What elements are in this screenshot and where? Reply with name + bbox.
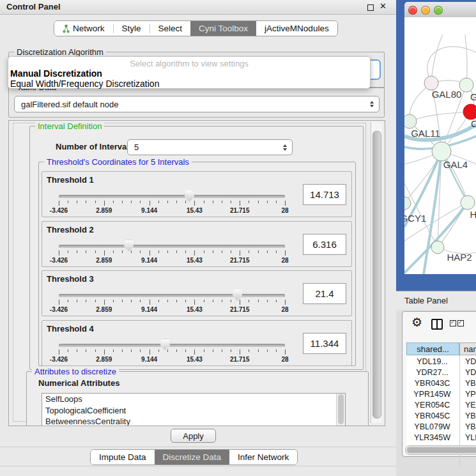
column-checkbox-icon[interactable] xyxy=(450,320,456,326)
tick-label: 2.859 xyxy=(96,356,112,363)
network-node-hap2[interactable] xyxy=(431,241,444,254)
right-side: GAL80GAL11GAL4GCY1HHAP2GAC Table Panel ⚙… xyxy=(396,0,476,476)
table-row[interactable]: YBR045CYBR045C xyxy=(406,410,476,421)
table-cell: YBR043C xyxy=(460,378,476,388)
list-scrollbar[interactable] xyxy=(336,394,345,426)
tick-label: 28 xyxy=(281,207,288,214)
column-header-name[interactable]: name xyxy=(459,342,476,355)
tick-label: 9.144 xyxy=(141,207,157,214)
slider-tick-labels: -3.4262.8599.14415.4321.71528 xyxy=(59,207,285,214)
tab-impute-data[interactable]: Impute Data xyxy=(91,450,155,464)
slider-track[interactable] xyxy=(59,294,285,297)
tick-label: 9.144 xyxy=(141,356,157,363)
node-label-h: H xyxy=(470,209,476,220)
slider-ticks xyxy=(59,349,285,355)
node-label-gal4: GAL4 xyxy=(443,159,468,170)
table-row[interactable]: YDL19...YDL19... xyxy=(406,356,476,367)
attributes-group: Attributes to discretize Numerical Attri… xyxy=(26,371,369,426)
tab-style[interactable]: Style xyxy=(114,21,150,36)
gear-icon[interactable]: ⚙ xyxy=(411,316,422,328)
table-cell: YER054C xyxy=(406,399,458,410)
tick-label: -3.426 xyxy=(50,306,68,313)
table-row[interactable]: YPR145WYPR145W xyxy=(406,388,476,399)
table-data-combobox[interactable]: galFiltered.sif default node xyxy=(14,96,380,112)
number-of-intervals-label: Number of Intervals xyxy=(56,142,134,151)
table-row[interactable]: YBR043CYBR043C xyxy=(406,378,476,388)
table-cell: YBR045C xyxy=(406,410,458,421)
table-row[interactable]: YER054CYER054C xyxy=(406,399,476,410)
network-node[interactable] xyxy=(463,104,476,119)
zoom-traffic-light-icon[interactable] xyxy=(434,6,443,15)
table-cell: YBR045C xyxy=(460,410,476,421)
threshold-panel-1: Threshold 1-3.4262.8599.14415.4321.71528… xyxy=(42,171,352,217)
attribute-item-selfloops[interactable]: SelfLoops xyxy=(42,394,345,405)
network-node-gal80[interactable] xyxy=(424,76,438,90)
tab-discretize-data[interactable]: Discretize Data xyxy=(155,450,230,464)
network-window: GAL80GAL11GAL4GCY1HHAP2GAC xyxy=(396,0,476,291)
popup-option-manual-discretization[interactable]: Manual Discretization xyxy=(8,68,370,79)
settings-panel: Interval Definition Number of Intervals … xyxy=(8,120,385,426)
slider-track[interactable] xyxy=(59,344,285,347)
column-header-shared[interactable]: shared... xyxy=(406,342,459,355)
panel-title: Control Panel xyxy=(6,2,61,12)
split-view-icon[interactable] xyxy=(431,319,443,330)
apply-button[interactable]: Apply xyxy=(171,429,216,443)
number-of-intervals-value: 5 xyxy=(134,142,139,152)
minimize-traffic-light-icon[interactable] xyxy=(421,6,430,15)
network-node-gal4[interactable] xyxy=(432,142,451,161)
threshold-value-field[interactable]: 6.316 xyxy=(303,234,346,255)
tab-label: Network xyxy=(73,24,105,33)
slider-track[interactable] xyxy=(59,245,285,248)
tab-jactivemnodules[interactable]: jActiveMNodules xyxy=(256,21,337,36)
divider xyxy=(0,447,396,447)
thresholds-group-label: Threshold's Coordinates for 5 Intervals xyxy=(44,157,192,167)
numerical-attributes-list[interactable]: SelfLoopsTopologicalCoefficientBetweenne… xyxy=(42,393,346,426)
network-canvas[interactable]: GAL80GAL11GAL4GCY1HHAP2GAC xyxy=(404,17,476,274)
table-cell: YBL079W xyxy=(460,421,476,432)
threshold-panel-2: Threshold 2-3.4262.8599.14415.4321.71528… xyxy=(42,221,352,267)
threshold-value-field[interactable]: 11.344 xyxy=(303,333,346,354)
tick-label: 15.43 xyxy=(187,257,203,264)
table-horizontal-scrollbar[interactable] xyxy=(405,445,476,455)
threshold-panel-4: Threshold 4-3.4262.8599.14415.4321.71528… xyxy=(42,320,352,366)
attribute-item-betweennesscentrality[interactable]: BetweennessCentrality xyxy=(42,416,345,426)
node-label-gal80: GAL80 xyxy=(432,89,462,100)
table-panel-title: Table Panel xyxy=(404,296,448,305)
close-icon[interactable]: ✕ xyxy=(380,1,387,11)
tick-label: -3.426 xyxy=(50,207,68,214)
tab-label: Cyni Toolbox xyxy=(199,24,248,33)
threshold-value-field[interactable]: 21.4 xyxy=(303,283,346,304)
table-cell: YDL19... xyxy=(460,356,476,367)
popup-option-equal-width-frequency-discretization[interactable]: Equal Width/Frequency Discretization xyxy=(8,79,370,89)
table-row[interactable]: YDR27...YDR27... xyxy=(406,367,476,378)
network-node-h[interactable] xyxy=(461,196,475,210)
node-label-hap2: HAP2 xyxy=(447,252,472,263)
threshold-value-field[interactable]: 14.713 xyxy=(303,184,346,205)
attribute-item-topologicalcoefficient[interactable]: TopologicalCoefficient xyxy=(42,405,345,417)
table-cell: YER054C xyxy=(460,399,476,410)
tick-label: 15.43 xyxy=(187,356,203,363)
discretization-algorithm-label: Discretization Algorithm xyxy=(14,47,106,57)
column-checkbox-icon[interactable] xyxy=(457,320,464,326)
threshold-title: Threshold 3 xyxy=(47,274,94,284)
network-icon xyxy=(63,24,70,33)
tick-label: 9.144 xyxy=(141,306,157,313)
slider-tick-labels: -3.4262.8599.14415.4321.71528 xyxy=(59,306,285,313)
network-node-gal11[interactable] xyxy=(404,114,417,128)
tab-infer-network[interactable]: Infer Network xyxy=(229,450,297,464)
table-row[interactable]: YBL079WYBL079W xyxy=(406,421,476,432)
table-panel: ⚙ shared...nameYDL19...YDL19...YDR27...Y… xyxy=(402,311,476,457)
tab-cyni-toolbox[interactable]: Cyni Toolbox xyxy=(190,21,256,36)
settings-scrollbar[interactable] xyxy=(371,122,382,423)
table-row[interactable]: YLR345WYLR345W xyxy=(406,432,476,443)
network-node-gcy1[interactable] xyxy=(404,197,411,210)
tab-network[interactable]: Network xyxy=(54,21,113,36)
number-of-intervals-combobox[interactable]: 5 xyxy=(127,139,293,155)
control-panel: Control Panel ✕ NetworkStyleSelectCyni T… xyxy=(0,0,396,476)
float-window-icon[interactable] xyxy=(367,4,374,11)
slider-tick-labels: -3.4262.8599.14415.4321.71528 xyxy=(59,356,285,363)
numerical-attributes-label: Numerical Attributes xyxy=(38,378,119,388)
close-traffic-light-icon[interactable] xyxy=(408,6,417,15)
slider-track[interactable] xyxy=(59,195,285,198)
tab-select[interactable]: Select xyxy=(150,21,191,36)
